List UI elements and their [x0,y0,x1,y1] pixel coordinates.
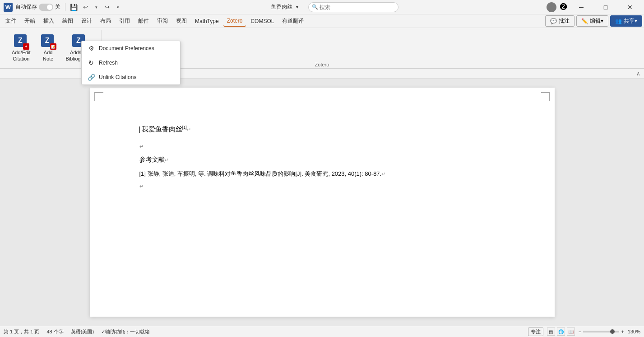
autosave-label: 自动保存 [15,3,37,11]
refresh-label: Refresh [99,60,118,66]
zoom-slider[interactable] [583,331,619,332]
unlink-citations-label: Unlink Citations [99,74,136,80]
search-wrapper: 🔍 [308,2,398,12]
empty-line-2: ↵ [139,181,505,191]
edit-label: 编辑▾ [590,17,603,25]
language: 英语(美国) [71,328,94,335]
comment-label: 批注 [559,17,570,25]
zoom-thumb [610,329,615,334]
word-icon: W [4,3,13,12]
title-bar-right: 🅩 ─ □ ✕ [547,0,640,14]
edit-icon: ✏️ [581,18,588,24]
refresh-item[interactable]: ↻ Refresh [82,56,180,70]
menu-zotero[interactable]: Zotero [223,16,246,27]
z-badge: + [23,43,29,50]
view-icons: ▤ 🌐 📖 [547,328,575,336]
menu-bar: 文件 开始 插入 绘图 设计 布局 引用 邮件 审阅 视图 MathType Z… [0,14,644,28]
comment-icon: 💬 [550,18,557,24]
refresh-icon: ↻ [87,59,95,67]
undo-button[interactable]: ↩ [80,2,90,12]
ref-heading: 参考文献↵ [139,154,505,164]
save-icon[interactable]: 💾 [70,4,78,11]
autosave-toggle[interactable] [39,4,53,11]
zoom-plus[interactable]: + [621,329,624,334]
para-mark-1: ↵ [187,127,191,132]
focus-label[interactable]: 专注 [528,328,543,336]
title-bar: W 自动保存 关 💾 ↩ ▾ ↪ ▾ 鱼香肉丝 ▾ 🔍 🅩 ─ □ [0,0,644,14]
char-count: 48 个字 [46,328,63,335]
status-right: 专注 ▤ 🌐 📖 − + 130% [528,328,640,336]
search-icon: 🔍 [312,4,318,10]
action-buttons: 💬 批注 ✏️ 编辑▾ 👥 共享▾ [545,15,642,27]
accessibility-status: ✓辅助功能：一切就绪 [101,328,150,335]
view-print-icon[interactable]: ▤ [547,328,555,336]
para-mark-2: ↵ [139,144,144,149]
doc-title-text: 我爱鱼香肉丝 [142,125,182,133]
minimize-button[interactable]: ─ [571,0,592,14]
doc-title-arrow[interactable]: ▾ [296,5,298,9]
share-button[interactable]: 👥 共享▾ [610,15,642,27]
z-note-badge: 📝 [50,43,56,50]
ref-body: [1] 张静, 张迪, 车振明, 等. 调味料对鱼香肉丝风味品质的影响[J]. … [139,168,505,179]
zotero-icon-title: 🅩 [560,3,567,11]
zotero-note-icon: Z 📝 [41,34,56,49]
menu-youdao[interactable]: 有道翻译 [278,15,307,27]
menu-draw[interactable]: 绘图 [59,15,77,27]
autosave-state: 关 [55,3,60,11]
dropdown-menu: ⚙ Document Preferences ↻ Refresh 🔗 Unlin… [81,41,181,85]
para-mark-3: ↵ [139,183,144,189]
zoom-area: − + 130% [579,329,640,334]
edit-button[interactable]: ✏️ 编辑▾ [576,15,608,27]
autosave-area: 自动保存 关 [15,3,60,11]
menu-design[interactable]: 设计 [78,15,96,27]
document-page[interactable]: 我爱鱼香肉丝[1]↵ ↵ 参考文献↵ [1] 张静, 张迪, 车振明, 等. 调… [90,88,555,317]
doc-title: 鱼香肉丝 [271,3,292,11]
menu-mail[interactable]: 邮件 [134,15,153,27]
undo-dropdown[interactable]: ▾ [91,2,101,12]
view-read-icon[interactable]: 📖 [567,328,575,336]
close-button[interactable]: ✕ [620,0,640,14]
add-note-button[interactable]: Z 📝 AddNote [37,33,60,63]
menu-review[interactable]: 审阅 [153,15,171,27]
add-note-icon-area: Z 📝 [41,34,56,49]
restore-button[interactable]: □ [595,0,616,14]
divider [65,3,65,11]
share-icon: 👥 [615,18,622,24]
menu-comsol[interactable]: COMSOL [247,16,278,26]
doc-content-title: 我爱鱼香肉丝[1]↵ [139,124,505,135]
empty-line-1: ↵ [139,141,505,151]
search-input[interactable] [308,2,398,12]
view-web-icon[interactable]: 🌐 [557,328,565,336]
profile-area [547,2,556,12]
add-edit-citation-button[interactable]: Z + Add/EditCitation [9,33,33,63]
zotero-citation-icon: Z + [14,34,28,49]
unlink-citations-item[interactable]: 🔗 Unlink Citations [82,70,180,84]
add-note-label: AddNote [43,50,53,61]
redo-button[interactable]: ↪ [102,2,112,12]
add-edit-citation-icon-area: Z + [14,34,28,49]
profile-picture[interactable] [547,2,556,12]
para-mark-ref2: ↵ [381,171,385,177]
share-label: 共享▾ [624,17,637,25]
menu-home[interactable]: 开始 [21,15,39,27]
menu-insert[interactable]: 插入 [40,15,58,27]
title-bar-center: 鱼香肉丝 ▾ 🔍 [271,2,398,12]
para-mark-ref: ↵ [165,157,169,163]
ribbon-group-label: Zotero [315,62,329,67]
customize-button[interactable]: ▾ [113,2,123,12]
document-preferences-item[interactable]: ⚙ Document Preferences [82,41,180,56]
zoom-percent: 130% [628,329,640,334]
menu-layout[interactable]: 布局 [97,15,115,27]
zoom-minus[interactable]: − [579,329,581,334]
menu-view[interactable]: 视图 [172,15,190,27]
document-preferences-label: Document Preferences [99,45,154,51]
collapse-arrow[interactable]: ∧ [636,70,640,77]
menu-references[interactable]: 引用 [116,15,134,27]
unlink-citations-icon: 🔗 [87,73,95,81]
citation-sup: [1] [182,125,187,130]
menu-file[interactable]: 文件 [2,15,20,27]
menu-mathtype[interactable]: MathType [191,16,222,26]
status-bar: 第 1 页，共 1 页 48 个字 英语(美国) ✓辅助功能：一切就绪 专注 ▤… [0,326,644,337]
add-edit-citation-label: Add/EditCitation [12,50,31,61]
comment-button[interactable]: 💬 批注 [545,15,575,27]
